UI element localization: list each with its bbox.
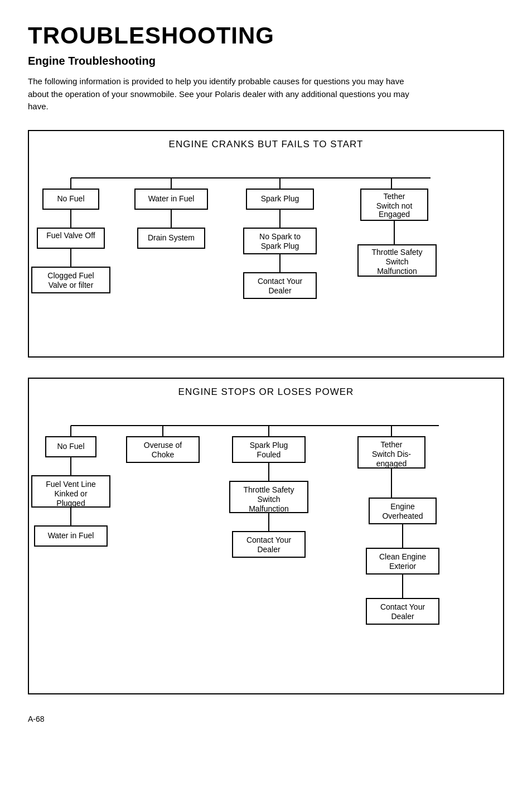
svg-text:Exterior: Exterior (389, 562, 417, 571)
svg-text:Overuse of: Overuse of (144, 441, 182, 450)
svg-text:Switch Dis-: Switch Dis- (372, 450, 411, 458)
svg-text:Kinked or: Kinked or (54, 489, 87, 498)
svg-text:Fuel Vent Line: Fuel Vent Line (46, 480, 96, 489)
svg-text:Valve or filter: Valve or filter (49, 281, 94, 289)
svg-text:Tether: Tether (384, 192, 405, 201)
chart2-title: ENGINE STOPS OR LOSES POWER (29, 379, 503, 403)
svg-text:Engaged: Engaged (379, 210, 410, 219)
intro-text: The following information is provided to… (28, 75, 418, 113)
svg-text:Throttle Safety: Throttle Safety (243, 485, 294, 494)
svg-text:Dealer: Dealer (391, 612, 414, 621)
svg-text:Clean Engine: Clean Engine (379, 552, 426, 561)
svg-text:Choke: Choke (152, 450, 175, 459)
svg-text:Spark Plug: Spark Plug (250, 441, 288, 450)
chart1-svg: No Fuel Fuel Valve Off Clogged Fuel Valv… (29, 156, 514, 345)
section-subtitle: Engine Troubleshooting (28, 55, 504, 67)
page-number: A-68 (28, 715, 504, 723)
svg-text:Tether: Tether (381, 440, 403, 449)
svg-text:No Fuel: No Fuel (57, 442, 84, 451)
svg-text:Water in Fuel: Water in Fuel (148, 194, 195, 203)
svg-text:Switch: Switch (385, 257, 408, 266)
page-title: TROUBLESHOOTING (28, 22, 504, 49)
svg-text:Spark Plug: Spark Plug (261, 194, 299, 203)
svg-text:Switch not: Switch not (376, 201, 413, 210)
svg-text:Drain System: Drain System (148, 233, 195, 242)
svg-text:Clogged Fuel: Clogged Fuel (47, 271, 94, 280)
svg-text:Contact Your: Contact Your (380, 602, 425, 611)
svg-text:Engine: Engine (390, 502, 415, 511)
svg-text:Plugged: Plugged (56, 499, 85, 508)
svg-text:Fouled: Fouled (257, 450, 281, 459)
svg-text:No Spark to: No Spark to (259, 232, 301, 241)
svg-text:Dealer: Dealer (257, 545, 280, 554)
svg-text:Switch: Switch (257, 495, 280, 504)
chart1-title: ENGINE CRANKS BUT FAILS TO START (29, 131, 503, 156)
chart2-svg: No Fuel Fuel Vent Line Kinked or Plugged… (29, 403, 514, 682)
svg-text:Water in Fuel: Water in Fuel (48, 531, 94, 540)
svg-text:Dealer: Dealer (268, 286, 292, 295)
svg-text:Contact Your: Contact Your (246, 535, 292, 544)
svg-text:engaged: engaged (376, 459, 407, 468)
svg-text:Throttle Safety: Throttle Safety (371, 248, 422, 257)
svg-text:Contact Your: Contact Your (258, 277, 303, 286)
svg-text:Malfunction: Malfunction (249, 504, 289, 513)
svg-text:Malfunction: Malfunction (377, 267, 417, 276)
chart1-section: ENGINE CRANKS BUT FAILS TO START No Fuel… (28, 130, 504, 358)
chart2-section: ENGINE STOPS OR LOSES POWER No Fuel Fuel… (28, 378, 504, 694)
svg-text:No Fuel: No Fuel (57, 194, 84, 203)
svg-text:Overheated: Overheated (382, 511, 423, 520)
svg-text:Spark Plug: Spark Plug (261, 242, 299, 250)
svg-text:Fuel Valve Off: Fuel Valve Off (46, 231, 95, 240)
